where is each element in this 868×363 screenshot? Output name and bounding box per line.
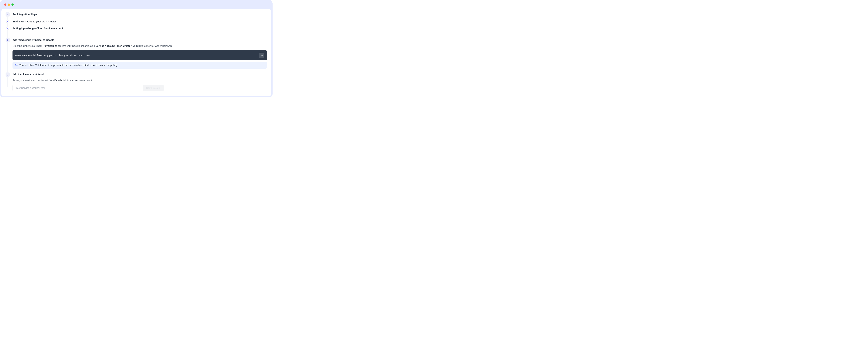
text-fragment: tab in your service account.: [62, 79, 93, 82]
integration-steps-card: 1 Pre Integration Steps + Enable GCP API…: [1, 9, 271, 96]
text-fragment: Paste your service account email from: [12, 79, 54, 82]
copy-icon: [260, 54, 263, 57]
text-bold-permissions: Permissions: [43, 45, 57, 47]
window-close-dot[interactable]: [4, 3, 6, 6]
text-fragment: tab into your Google console, as a: [57, 45, 95, 47]
save-details-button[interactable]: Save Details: [143, 85, 164, 91]
window-traffic-lights: [1, 0, 271, 9]
step-2-header: 2 Add middleware Principal to Google: [5, 38, 267, 42]
text-bold-token-creator: Service Account Token Creator: [96, 45, 132, 47]
window-minimize-dot[interactable]: [8, 3, 10, 6]
step-1-badge: 1: [5, 12, 10, 17]
step-2-body: Grant below principal under Permissions …: [12, 44, 267, 69]
info-banner: This will allow Middleware to impersonat…: [12, 62, 267, 69]
step-2-description: Grant below principal under Permissions …: [12, 44, 267, 48]
substep-setup-service-account[interactable]: + Setting Up a Google Cloud Service Acco…: [5, 25, 267, 32]
step-3-badge: 3: [5, 73, 10, 77]
copy-button[interactable]: [259, 53, 264, 58]
step-1-header: 1 Pre Integration Steps: [5, 12, 267, 17]
steps-timeline: 1 Pre Integration Steps + Enable GCP API…: [5, 12, 267, 91]
service-account-email-input[interactable]: [12, 85, 141, 91]
step-3-description: Paste your service account email from De…: [12, 78, 267, 82]
window-frame: 1 Pre Integration Steps + Enable GCP API…: [0, 0, 273, 97]
principal-email-value: mw-observer@middleware-gcp-prod.iam.gser…: [15, 54, 90, 57]
text-fragment: , you'd like to monitor with middleware.: [132, 45, 173, 47]
info-text: This will allow Middleware to impersonat…: [20, 64, 118, 66]
substep-enable-apis[interactable]: + Enable GCP APIs to your GCP Project: [5, 18, 267, 25]
principal-code-block: mw-observer@middleware-gcp-prod.iam.gser…: [12, 50, 267, 60]
window-maximize-dot[interactable]: [11, 3, 14, 6]
step-1-title: Pre Integration Steps: [12, 12, 37, 16]
info-icon: [15, 64, 18, 66]
expand-icon[interactable]: +: [6, 20, 9, 23]
step-2-title: Add middleware Principal to Google: [12, 38, 54, 41]
step-3-header: 3 Add Service Account Email: [5, 73, 267, 77]
service-account-input-row: Save Details: [12, 85, 267, 91]
text-fragment: Grant below principal under: [12, 45, 43, 47]
expand-icon[interactable]: +: [6, 27, 9, 30]
text-bold-details: Details: [54, 79, 62, 82]
step-2-badge: 2: [5, 38, 10, 42]
substep-setup-service-account-title: Setting Up a Google Cloud Service Accoun…: [12, 27, 267, 30]
step-3-title: Add Service Account Email: [12, 73, 44, 76]
step-3-body: Paste your service account email from De…: [12, 78, 267, 91]
substep-enable-apis-title: Enable GCP APIs to your GCP Project: [12, 20, 267, 23]
